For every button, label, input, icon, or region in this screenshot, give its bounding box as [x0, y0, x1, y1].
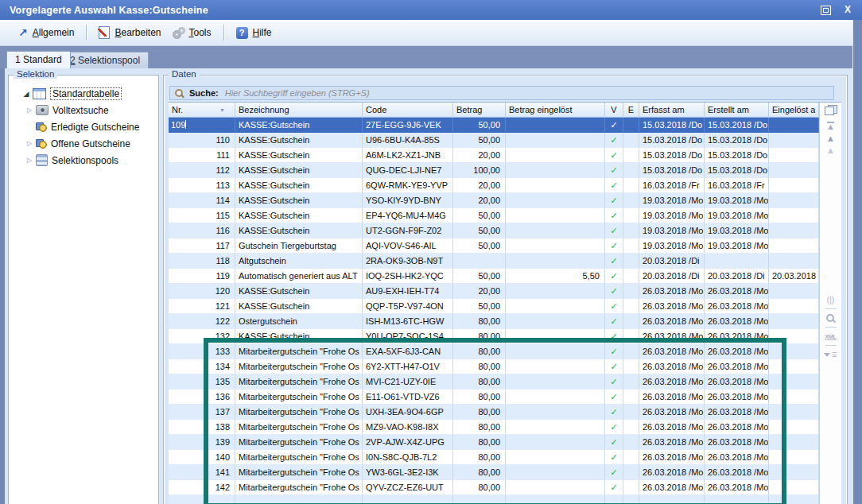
table-row[interactable]: 118 Altgutschein 2RA-OK9-3OB-N9T ✓ 20.03…	[169, 254, 819, 269]
cell-eingeloest-am	[769, 344, 819, 359]
table-row[interactable]: 132 KASSE:Gutschein Y0U-QP7-SOC-1S4 80,0…	[169, 329, 819, 344]
table-row[interactable]: 120 KASSE:Gutschein AU9-EXH-IEH-T74 20,0…	[169, 284, 819, 299]
menu-hilfe[interactable]: ? Hilfe	[231, 25, 278, 41]
cell-code: YW3-6GL-3E2-I3K	[363, 465, 453, 480]
table-row[interactable]: 134 Mitarbeitergutschein "Frohe Os 6Y2-X…	[169, 359, 819, 374]
cell-bezeichnung: Mitarbeitergutschein "Frohe Os	[235, 420, 363, 435]
zoom-tool-icon[interactable]	[825, 312, 836, 324]
close-button[interactable]: X	[841, 4, 854, 16]
check-icon: ✓	[610, 347, 617, 356]
window-title: Vorgelagerte Auswahl Kasse:Gutscheine	[0, 5, 208, 16]
cell-erstellt-am: 26.03.2018 /Mo	[705, 480, 769, 495]
cell-betrag	[453, 254, 506, 269]
tree-item-volltextsuche[interactable]: ▷ Volltextsuche	[12, 102, 155, 118]
xml-export-icon[interactable]: XML	[825, 330, 836, 343]
scroll-up-icon[interactable]: ▲	[820, 134, 841, 145]
column-header-1[interactable]: Nr.▼	[169, 103, 235, 118]
table-row[interactable]: 113 KASSE:Gutschein 6QW-RMK-YE9-YVP 20,0…	[169, 178, 819, 193]
table-row[interactable]: 142 Mitarbeitergutschein "Frohe Os QYV-Z…	[169, 480, 819, 495]
cell-nr: 141	[169, 465, 235, 480]
table-row[interactable]: 116 KASSE:Gutschein UT2-GGN-F9F-Z02 50,0…	[169, 223, 819, 238]
cell-e	[623, 359, 639, 374]
voucher-coin-icon	[36, 138, 47, 149]
cell-e	[623, 223, 639, 238]
cell-code: I0N-S8C-QJB-7L2	[363, 450, 453, 465]
column-header-9[interactable]: Erstellt am	[705, 103, 769, 118]
tab-standard-label: 1 Standard	[15, 54, 62, 65]
cell-nr: 110	[169, 133, 235, 148]
cell-nr: 122	[169, 314, 235, 329]
cell-erstellt-am: 16.03.2018 /Fr	[705, 178, 769, 193]
tab-standard[interactable]: 1 Standard	[6, 51, 71, 68]
table-row[interactable]: 110 KASSE:Gutschein U96-6BU-K4A-85S 50,0…	[169, 133, 819, 148]
table-row[interactable]: 122 Ostergutschein ISH-M13-6TC-HGW 80,00…	[169, 314, 819, 329]
check-icon: ✓	[610, 180, 617, 190]
table-row[interactable]: 115 KASSE:Gutschein EP4-YQ6-MU4-M4G 50,0…	[169, 208, 819, 223]
magnifier-icon	[825, 313, 836, 324]
column-header-5[interactable]: Betrag eingelöst	[506, 103, 605, 118]
menu-tools[interactable]: Tools	[167, 25, 217, 41]
column-header-10[interactable]: Eingelöst a	[769, 103, 819, 118]
table-row[interactable]: 138 Mitarbeitergutschein "Frohe Os MZ9-V…	[169, 420, 819, 435]
cell-erstellt-am: 20.03.2018 /Di	[705, 269, 769, 284]
scroll-to-top-icon[interactable]: ▲	[820, 122, 841, 134]
tree-item-offene-gutscheine[interactable]: ▷ Offene Gutscheine	[12, 135, 155, 152]
menu-bearbeiten[interactable]: Bearbeiten	[93, 24, 166, 41]
restore-button[interactable]	[819, 4, 832, 16]
menu-allgemein[interactable]: ↗ Allgemein	[13, 25, 80, 41]
cell-erstellt-am: 26.03.2018 /Mo	[705, 450, 769, 465]
column-header-6[interactable]: V	[605, 103, 623, 118]
search-input[interactable]: Suche: Hier Suchbegriff eingeben (STRG+S…	[169, 86, 834, 100]
cell-nr: 119	[169, 269, 235, 284]
cell-betrag-eingeloest	[506, 374, 605, 390]
column-header-7[interactable]: E	[623, 103, 639, 118]
cell-erfasst-am: 26.03.2018 /Mo	[639, 480, 705, 495]
tab-selektionspool[interactable]: 2 Selektionspool	[61, 52, 149, 68]
cell-eingeloest-am	[769, 374, 819, 390]
tree-item-label: Standardtabelle	[50, 87, 122, 100]
expander-open-icon[interactable]: ◢	[21, 90, 31, 98]
cell-bezeichnung: KASSE:Gutschein	[235, 118, 363, 133]
table-row[interactable]: 109 KASSE:Gutschein 27E-EGG-9J6-VEK 50,0…	[169, 118, 819, 133]
column-header-2[interactable]: Bezeichnung	[235, 103, 363, 118]
daten-panel-label: Daten	[169, 69, 200, 79]
divider	[825, 345, 837, 346]
tree-item-standardtabelle[interactable]: ◢ Standardtabelle	[12, 85, 155, 102]
column-chooser-icon[interactable]	[825, 105, 837, 115]
cell-v: ✓	[605, 254, 623, 269]
window-frame-right	[852, 19, 862, 504]
tree-item-erledigte-gutscheine[interactable]: Erledigte Gutscheine	[12, 118, 155, 135]
cell-betrag-eingeloest	[506, 405, 605, 420]
table-row[interactable]: 112 KASSE:Gutschein QUG-DEC-LJI-NE7 100,…	[169, 163, 819, 178]
table-row[interactable]: 114 KASSE:Gutschein YSO-KIY-9YD-BNY 20,0…	[169, 193, 819, 208]
column-header-4[interactable]: Betrag	[453, 103, 506, 118]
table-row[interactable]: 137 Mitarbeitergutschein "Frohe Os UXH-3…	[169, 405, 819, 420]
table-row[interactable]: 133 Mitarbeitergutschein "Frohe Os EXA-5…	[169, 344, 819, 359]
expander-collapsed-icon[interactable]: ▷	[25, 157, 34, 164]
expander-collapsed-icon[interactable]: ▷	[25, 140, 34, 147]
filter-icon[interactable]: ☰	[824, 348, 837, 361]
cell-nr: 117	[169, 238, 235, 254]
column-header-3[interactable]: Code	[363, 103, 453, 118]
cell-erfasst-am: 26.03.2018 /Mo	[639, 420, 705, 435]
table-row[interactable]: 141 Mitarbeitergutschein "Frohe Os YW3-6…	[169, 465, 819, 480]
cell-erfasst-am: 26.03.2018 /Mo	[639, 435, 705, 450]
table-row[interactable]: 139 Mitarbeitergutschein "Frohe Os 2VP-A…	[169, 435, 819, 450]
band-columns-icon[interactable]: (|)	[827, 293, 834, 306]
cell-code: QQP-T5P-V97-4ON	[363, 299, 453, 314]
cell-code: ISH-M13-6TC-HGW	[363, 314, 453, 329]
table-row[interactable]: 140 Mitarbeitergutschein "Frohe Os I0N-S…	[169, 450, 819, 465]
table-row[interactable]: 117 Gutschein Tiergeburtstag AQI-VOV-S46…	[169, 238, 819, 254]
table-row[interactable]: 136 Mitarbeitergutschein "Frohe Os E11-O…	[169, 390, 819, 405]
cell-erstellt-am: 26.03.2018 /Mo	[705, 314, 769, 329]
table-row-empty[interactable]	[169, 495, 819, 504]
table-row[interactable]: 119 Automatisch generiert aus ALT IOQ-2S…	[169, 269, 819, 284]
table-row[interactable]: 111 KASSE:Gutschein A6M-LK2-XZ1-JNB 20,0…	[169, 148, 819, 163]
table-row[interactable]: 121 KASSE:Gutschein QQP-T5P-V97-4ON 50,0…	[169, 299, 819, 314]
cell-e	[623, 344, 639, 359]
expander-collapsed-icon[interactable]: ▷	[25, 107, 34, 114]
column-header-8[interactable]: Erfasst am	[639, 103, 705, 118]
table-row[interactable]: 135 Mitarbeitergutschein "Frohe Os MVI-C…	[169, 374, 819, 390]
tree-item-selektionspools[interactable]: ▷ Selektionspools	[12, 152, 155, 169]
scroll-up-page-icon[interactable]: ▲	[820, 145, 841, 157]
